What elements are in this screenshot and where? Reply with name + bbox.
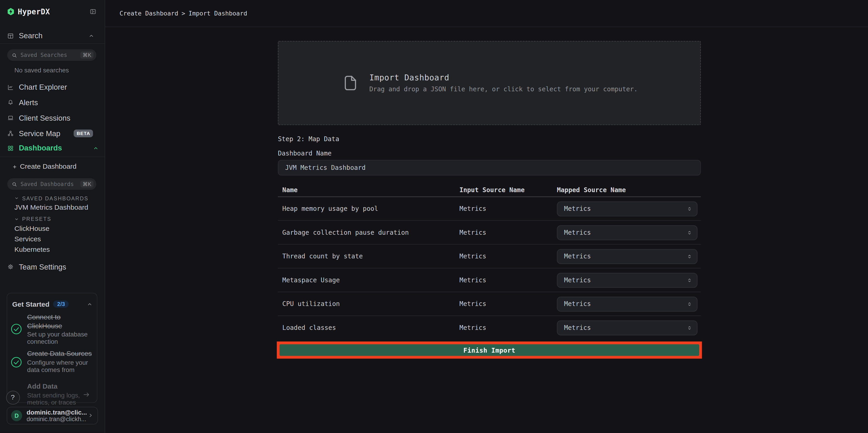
bell-icon [7, 99, 14, 105]
preset-name: Kubernetes [14, 245, 50, 253]
sidebar-collapse-button[interactable] [90, 8, 96, 15]
sidebar-item-label: Service Map [19, 129, 60, 137]
mapped-source-select[interactable]: Metrics [557, 201, 698, 216]
sidebar-item-alerts[interactable]: Alerts [7, 97, 105, 107]
step-heading: Step 2: Map Data [278, 135, 339, 143]
app-logo[interactable]: HyperDX [7, 7, 50, 17]
user-name: dominic.tran@clic... [27, 409, 87, 415]
mapped-source-select[interactable]: Metrics [557, 320, 698, 335]
sidebar-item-service-map[interactable]: Service Map BETA [7, 128, 105, 138]
mapped-source-select[interactable]: Metrics [557, 225, 698, 240]
row-mapped-source-cell: Metrics [556, 273, 701, 287]
file-icon [341, 71, 360, 95]
row-name: Thread count by state [278, 252, 459, 260]
table-icon [7, 32, 14, 39]
presets-section-header[interactable]: PRESETS [14, 216, 51, 222]
create-dashboard-button[interactable]: Create Dashboard [12, 163, 76, 171]
row-name: Loaded classes [278, 324, 459, 332]
laptop-icon [7, 115, 14, 121]
row-name: CPU utilization [278, 300, 459, 308]
sidebar-item-label: Search [19, 32, 42, 40]
section-title: PRESETS [22, 216, 51, 222]
mapped-source-select[interactable]: Metrics [557, 249, 698, 264]
import-dropzone[interactable]: Import Dashboard Drag and drop a JSON fi… [278, 41, 701, 125]
saved-dashboards-section-header[interactable]: SAVED DASHBOARDS [14, 195, 88, 202]
preset-item-services[interactable]: Services [14, 235, 41, 243]
preset-name: Services [14, 235, 41, 243]
select-updown-icon [686, 277, 693, 283]
step-title: Connect to ClickHouse [27, 313, 92, 330]
selected-value: Metrics [564, 252, 591, 260]
selected-value: Metrics [564, 228, 591, 236]
row-mapped-source-cell: Metrics [556, 201, 701, 216]
preset-item-kubernetes[interactable]: Kubernetes [14, 245, 50, 254]
breadcrumb: Create Dashboard>Import Dashboard [120, 10, 247, 17]
finish-import-button[interactable]: Finish Import [280, 344, 699, 356]
sidebar-item-label: Client Sessions [19, 114, 70, 122]
search-placeholder: Saved Searches [21, 52, 67, 58]
help-button[interactable]: ? [6, 391, 20, 404]
row-input-source: Metrics [460, 252, 556, 260]
dashboard-name-input[interactable] [278, 160, 701, 176]
column-header-input-source: Input Source Name [460, 186, 556, 194]
saved-dashboards-input[interactable]: Saved Dashboards ⌘K [7, 178, 96, 190]
service-map-icon [7, 130, 14, 136]
get-started-panel: Get Started 2/3 Connect to ClickHouse Se… [7, 293, 97, 403]
row-name: Garbage collection pause duration [278, 228, 459, 236]
step-description: Set up your database connection [27, 331, 92, 346]
sidebar-item-team-settings[interactable]: Team Settings [7, 262, 100, 272]
select-updown-icon [686, 301, 693, 307]
row-mapped-source-cell: Metrics [556, 320, 701, 335]
chevron-up-icon [89, 33, 94, 38]
select-updown-icon [686, 253, 693, 259]
select-updown-icon [686, 206, 693, 212]
plus-icon [12, 164, 17, 169]
saved-dashboard-item[interactable]: JVM Metrics Dashboard [14, 203, 88, 212]
table-row: Loaded classes Metrics Metrics [278, 316, 701, 339]
step-title: Create Data Sources [27, 350, 92, 358]
mapping-table: Name Input Source Name Mapped Source Nam… [278, 183, 701, 339]
no-saved-searches-text: No saved searches [14, 67, 69, 73]
check-circle-icon [10, 356, 22, 368]
column-header-name: Name [278, 186, 459, 194]
chevron-up-icon [93, 145, 98, 151]
sidebar-item-search[interactable]: Search [7, 31, 100, 41]
progress-badge: 2/3 [53, 301, 69, 308]
preset-item-clickhouse[interactable]: ClickHouse [14, 224, 50, 233]
check-circle-icon [10, 323, 22, 335]
search-icon [11, 181, 17, 187]
sidebar-item-chart-explorer[interactable]: Chart Explorer [7, 82, 105, 92]
sidebar-item-dashboards[interactable]: Dashboards [7, 143, 105, 153]
get-started-title: Get Started [12, 300, 50, 308]
row-mapped-source-cell: Metrics [556, 249, 701, 264]
search-placeholder: Saved Dashboards [21, 181, 74, 187]
mapped-source-select[interactable]: Metrics [557, 273, 698, 287]
saved-searches-input[interactable]: Saved Searches ⌘K [7, 49, 96, 61]
team-settings-label: Team Settings [19, 263, 66, 271]
column-header-mapped-source: Mapped Source Name [556, 186, 701, 194]
breadcrumb-current: Import Dashboard [189, 10, 247, 17]
mapped-source-select[interactable]: Metrics [557, 297, 698, 311]
table-row: Thread count by state Metrics Metrics [278, 245, 701, 269]
row-input-source: Metrics [460, 324, 556, 332]
panel-left-icon [90, 8, 96, 15]
row-input-source: Metrics [460, 228, 556, 236]
sidebar-item-client-sessions[interactable]: Client Sessions [7, 113, 105, 123]
step-title: Add Data [27, 382, 92, 391]
row-input-source: Metrics [460, 276, 556, 284]
get-started-step-connect[interactable]: Connect to ClickHouse Set up your databa… [27, 313, 92, 346]
selected-value: Metrics [564, 324, 591, 332]
mapping-table-body: Heap memory usage by pool Metrics Metric… [278, 197, 701, 339]
get-started-header[interactable]: Get Started 2/3 [12, 300, 92, 308]
get-started-step-sources[interactable]: Create Data Sources Configure where your… [27, 350, 92, 373]
chevron-down-icon [14, 196, 19, 200]
hexagon-bolt-icon [7, 8, 14, 16]
row-mapped-source-cell: Metrics [556, 225, 701, 240]
user-menu[interactable]: D dominic.tran@clic... dominic.tran@clic… [7, 407, 98, 424]
breadcrumb-parent[interactable]: Create Dashboard [120, 10, 178, 17]
sidebar-item-label: Chart Explorer [19, 83, 67, 91]
app-window: HyperDX Search Saved Searches ⌘K No save… [0, 0, 868, 433]
dropzone-text: Import Dashboard Drag and drop a JSON fi… [369, 73, 638, 93]
avatar: D [11, 410, 22, 421]
row-input-source: Metrics [460, 205, 556, 213]
